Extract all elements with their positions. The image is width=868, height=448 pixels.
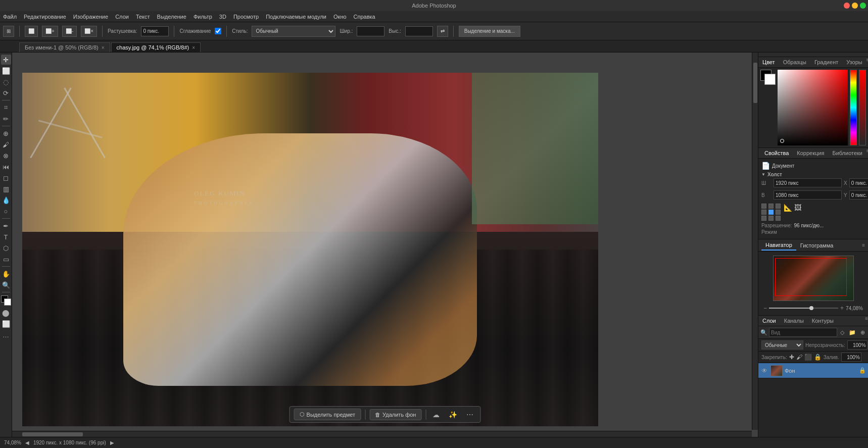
canvas-area[interactable]: OLEG KUMINPHOTOGRAPHER ⬡ Выделить предме…: [12, 53, 758, 437]
window-controls[interactable]: [844, 3, 866, 9]
anchor-tr[interactable]: [776, 204, 781, 209]
maximize-button[interactable]: [860, 3, 866, 9]
vertical-scrollbar[interactable]: [752, 53, 758, 430]
tab-1-close[interactable]: ×: [192, 45, 195, 51]
clone-tool[interactable]: ⊗: [1, 151, 11, 161]
layers-panel-collapse[interactable]: ≡: [865, 316, 868, 326]
height-input[interactable]: [774, 190, 842, 200]
gradient-tool[interactable]: ▥: [1, 184, 11, 194]
menu-text[interactable]: Текст: [136, 14, 150, 20]
stil-select[interactable]: Обычный Фиксированное соотношение Фиксир…: [252, 26, 335, 37]
anchor-tc[interactable]: [768, 204, 774, 209]
canvas-section[interactable]: ▼ Холст: [761, 172, 865, 177]
layer-item-bg[interactable]: 👁 Фон 🔒: [758, 363, 868, 378]
background-swatch[interactable]: [764, 74, 776, 85]
anchor-bl[interactable]: [761, 216, 766, 221]
zoom-tool[interactable]: 🔍: [1, 280, 11, 290]
anchor-bc[interactable]: [768, 216, 774, 221]
close-button[interactable]: [844, 3, 850, 9]
add-selection-btn[interactable]: ⬜+: [42, 26, 58, 37]
paths-tab[interactable]: Контуры: [808, 316, 838, 326]
lock-pixel-icon[interactable]: ⬛: [804, 354, 812, 361]
color-tab[interactable]: Цвет: [758, 57, 779, 67]
lock-position-icon[interactable]: ✚: [789, 354, 794, 361]
zoom-in-icon[interactable]: +: [840, 305, 844, 312]
tab-0[interactable]: Без имени-1 @ 50% (RGB/8) ×: [19, 42, 110, 52]
new-selection-btn[interactable]: ⬜: [25, 26, 38, 37]
layers-filter-icon[interactable]: ◇: [839, 329, 846, 336]
dodge-tool[interactable]: ○: [1, 206, 11, 216]
horizontal-scrollbar[interactable]: [12, 431, 752, 437]
shir-input[interactable]: [357, 26, 384, 36]
menu-file[interactable]: Файл: [3, 14, 17, 20]
navigator-tab[interactable]: Навигатор: [761, 240, 796, 251]
lock-art-icon[interactable]: 🖌: [796, 354, 802, 361]
color-swatches[interactable]: [1, 295, 11, 306]
anchor-mc[interactable]: [768, 210, 774, 215]
x-input[interactable]: [849, 178, 868, 187]
color-hue-bar[interactable]: [850, 70, 857, 145]
navigator-thumbnail[interactable]: [773, 256, 854, 301]
lock-all-icon[interactable]: 🔒: [814, 354, 822, 361]
correction-tab[interactable]: Коррекция: [793, 148, 828, 158]
width-input[interactable]: [774, 178, 842, 187]
brush-tool[interactable]: 🖌: [1, 139, 11, 150]
sglazhivanie-checkbox[interactable]: [215, 28, 221, 34]
blur-tool[interactable]: 💧: [1, 195, 11, 205]
screen-mode-tool[interactable]: ⬜: [1, 319, 11, 329]
canvas-icon-2[interactable]: 🖼: [794, 204, 801, 221]
rastushevka-input[interactable]: [141, 26, 169, 36]
menu-3d[interactable]: 3D: [219, 14, 226, 20]
opacity-input[interactable]: [847, 340, 867, 350]
crop-tool[interactable]: ⌗: [1, 103, 11, 113]
menu-view[interactable]: Просмотр: [233, 14, 259, 20]
layers-add-mask-icon[interactable]: ⊕: [859, 329, 866, 336]
tab-0-close[interactable]: ×: [102, 45, 105, 51]
pen-tool[interactable]: ✒: [1, 221, 11, 231]
menu-filter[interactable]: Фильтр: [194, 14, 212, 20]
magic-wand-tool[interactable]: ⟳: [1, 88, 11, 98]
intersect-selection-btn[interactable]: ⬜×: [81, 26, 97, 37]
patterns-tab[interactable]: Узоры: [842, 57, 866, 67]
blend-mode-select[interactable]: Обычные Умножение Экран Перекрытие: [761, 340, 803, 350]
anchor-br[interactable]: [776, 216, 781, 221]
select-mask-button[interactable]: Выделение и маска...: [459, 26, 520, 37]
horizontal-scrollbar-thumb[interactable]: [22, 432, 83, 436]
menu-image[interactable]: Изображение: [73, 14, 108, 20]
menu-select[interactable]: Выделение: [157, 14, 186, 20]
remove-bg-button[interactable]: 🗑 Удалить фон: [369, 409, 421, 420]
more-options-icon[interactable]: ⋯: [464, 410, 476, 420]
marquee-tool[interactable]: ⬜: [1, 66, 11, 76]
tab-1[interactable]: chasy.jpg @ 74,1% (RGB/8#) ×: [111, 42, 201, 52]
background-color[interactable]: [4, 298, 11, 306]
nav-zoom-thumb[interactable]: [809, 306, 813, 310]
move-tool[interactable]: ✛: [1, 55, 11, 65]
vertical-scrollbar-thumb[interactable]: [753, 63, 757, 103]
hand-tool[interactable]: ✋: [1, 269, 11, 279]
y-input[interactable]: [849, 190, 868, 200]
subtract-selection-btn[interactable]: ⬜-: [62, 26, 77, 37]
more-tools[interactable]: …: [1, 330, 11, 340]
channels-tab[interactable]: Каналы: [780, 316, 808, 326]
canvas-icon-1[interactable]: 📐: [784, 204, 792, 221]
eyedropper-tool[interactable]: ✏: [1, 114, 11, 124]
tool-presets-btn[interactable]: ⊞: [3, 26, 14, 37]
menu-window[interactable]: Окно: [333, 14, 347, 20]
layer-visibility-icon[interactable]: 👁: [760, 367, 768, 374]
select-subject-button[interactable]: ⬡ Выделить предмет: [294, 409, 361, 420]
menu-layers[interactable]: Слои: [115, 14, 129, 20]
menu-plugins[interactable]: Подключаемые модули: [266, 14, 326, 20]
cloud-icon[interactable]: ☁: [430, 410, 442, 420]
shape-tool[interactable]: ▭: [1, 254, 11, 264]
swap-wh-btn[interactable]: ⇄: [437, 26, 448, 37]
samples-tab[interactable]: Образцы: [779, 57, 810, 67]
color-alpha-bar[interactable]: [859, 70, 866, 145]
gradient-tab[interactable]: Градиент: [810, 57, 842, 67]
anchor-grid[interactable]: [761, 204, 782, 221]
layers-search-input[interactable]: [769, 328, 837, 337]
anchor-tl[interactable]: [761, 204, 766, 209]
anchor-mr[interactable]: [776, 210, 781, 215]
color-gradient[interactable]: [778, 70, 848, 145]
vis-input[interactable]: [405, 26, 433, 36]
anchor-ml[interactable]: [761, 210, 766, 215]
